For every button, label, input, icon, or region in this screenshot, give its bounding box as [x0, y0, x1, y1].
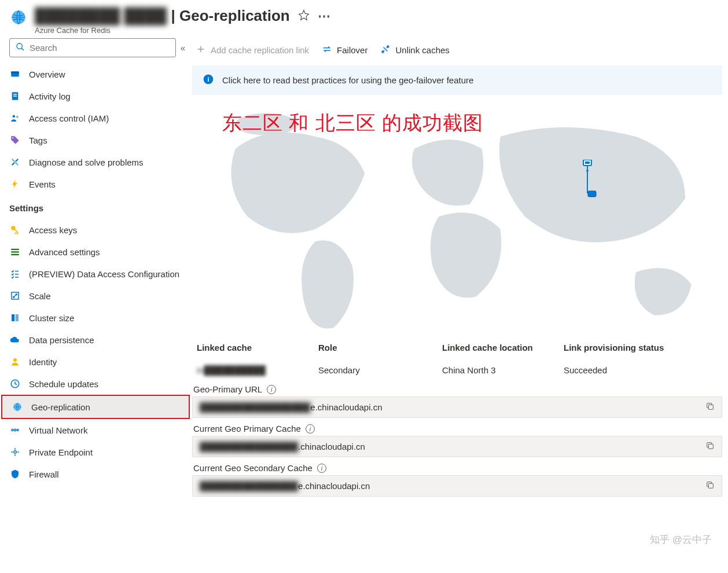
sidebar-item-label: Activity log [29, 91, 71, 101]
scale-icon [9, 290, 21, 302]
page-title: ████████ ████ | Geo-replication [35, 7, 290, 25]
sidebar-nav[interactable]: OverviewActivity logAccess control (IAM)… [0, 63, 192, 568]
svg-point-20 [12, 429, 13, 431]
current-secondary-label: Current Geo Secondary Cachei [192, 461, 722, 475]
favorite-star-icon[interactable] [298, 9, 310, 23]
svg-point-8 [16, 116, 19, 118]
sidebar-item-label: Overview [29, 69, 65, 79]
svg-point-21 [17, 429, 19, 431]
sidebar-item-label: (PREVIEW) Data Access Configuration [29, 269, 179, 279]
svg-rect-16 [16, 314, 19, 321]
svg-rect-5 [13, 94, 17, 95]
sidebar-item-tags[interactable]: Tags [0, 129, 190, 151]
info-banner-text: Click here to read best practices for us… [222, 75, 473, 85]
log-icon [9, 90, 21, 102]
sidebar-item-label: Virtual Network [29, 425, 87, 435]
svg-rect-34 [708, 483, 713, 488]
sidebar-item-endpoint[interactable]: Private Endpoint [0, 441, 190, 463]
sidebar-item-preview[interactable]: (PREVIEW) Data Access Configuration [0, 263, 190, 285]
sidebar-item-label: Tags [29, 135, 47, 145]
sidebar-item-label: Data persistence [29, 335, 94, 345]
svg-rect-32 [708, 405, 713, 409]
svg-rect-15 [12, 314, 14, 321]
globe-icon [12, 401, 23, 413]
sidebar-item-adv[interactable]: Advanced settings [0, 241, 190, 263]
sidebar-item-label: Firewall [29, 469, 59, 479]
tags-icon [9, 134, 21, 146]
resource-type-label: Azure Cache for Redis [35, 26, 718, 35]
svg-point-9 [12, 137, 13, 138]
sidebar-item-geo[interactable]: Geo-replication [1, 395, 190, 419]
sidebar-item-persist[interactable]: Data persistence [0, 329, 190, 351]
sidebar-item-events[interactable]: Events [0, 173, 190, 195]
copy-icon[interactable] [705, 480, 715, 491]
sidebar-item-keys[interactable]: Access keys [0, 219, 190, 241]
failover-button[interactable]: Failover [322, 44, 367, 56]
endpoint-icon [9, 446, 21, 458]
sidebar-item-cluster[interactable]: Cluster size [0, 307, 190, 329]
map-link-line [582, 169, 595, 197]
settings-section-header: Settings [0, 195, 190, 219]
current-secondary-field[interactable]: ████████████████e.chinacloudapi.cn [192, 475, 722, 497]
main-content: Add cache replication link Failover Unli… [192, 38, 728, 570]
svg-rect-6 [13, 95, 17, 97]
more-icon[interactable]: ⋯ [318, 9, 332, 24]
geo-primary-url-label: Geo-Primary URLi [192, 382, 722, 396]
collapse-sidebar-icon[interactable]: « [181, 43, 185, 53]
sidebar-item-scale[interactable]: Scale [0, 285, 190, 307]
sidebar: « OverviewActivity logAccess control (IA… [0, 38, 192, 570]
adv-icon [9, 246, 21, 258]
sidebar-item-label: Private Endpoint [29, 447, 93, 457]
svg-rect-33 [708, 444, 713, 449]
cell-role: Secondary [318, 365, 442, 375]
command-bar: Add cache replication link Failover Unli… [192, 38, 722, 65]
svg-point-7 [13, 115, 16, 118]
copy-icon[interactable] [705, 402, 715, 413]
add-replication-button[interactable]: Add cache replication link [196, 44, 309, 56]
sidebar-item-label: Access keys [29, 225, 77, 235]
svg-point-17 [13, 358, 17, 362]
sidebar-item-label: Cluster size [29, 313, 74, 323]
info-icon[interactable]: i [306, 424, 315, 434]
sidebar-item-identity[interactable]: Identity [0, 351, 190, 373]
unlink-button[interactable]: Unlink caches [380, 44, 449, 56]
checklist-icon [9, 268, 21, 280]
sidebar-item-vnet[interactable]: Virtual Network [0, 419, 190, 441]
search-icon [16, 42, 25, 53]
sidebar-item-activity[interactable]: Activity log [0, 85, 190, 107]
info-icon[interactable]: i [267, 385, 276, 394]
sidebar-item-iam[interactable]: Access control (IAM) [0, 107, 190, 129]
key-icon [9, 224, 21, 236]
clock-icon [9, 378, 21, 390]
sidebar-item-label: Events [29, 179, 56, 189]
watermark: 知乎 @云中子 [650, 533, 712, 546]
overview-icon [9, 68, 21, 80]
info-banner[interactable]: i Click here to read best practices for … [192, 65, 722, 95]
sidebar-item-schedule[interactable]: Schedule updates [0, 373, 190, 395]
copy-icon[interactable] [705, 441, 715, 452]
cluster-icon [9, 312, 21, 324]
linked-cache-row[interactable]: tn██████████ Secondary China North 3 Suc… [192, 358, 722, 382]
events-icon [9, 178, 21, 190]
info-icon[interactable]: i [317, 464, 326, 473]
sidebar-item-label: Identity [29, 357, 57, 367]
sidebar-item-label: Schedule updates [29, 379, 98, 389]
sidebar-item-firewall[interactable]: Firewall [0, 463, 190, 485]
geo-primary-url-field[interactable]: ██████████████████e.chinacloudapi.cn [192, 396, 722, 418]
page-header: ████████ ████ | Geo-replication ⋯ Azure … [0, 0, 728, 38]
sidebar-item-overview[interactable]: Overview [0, 63, 190, 85]
sidebar-item-label: Geo-replication [31, 402, 90, 412]
sidebar-item-diagnose[interactable]: Diagnose and solve problems [0, 151, 190, 173]
annotation-overlay: 东二区 和 北三区 的成功截图 [222, 110, 483, 137]
svg-rect-11 [11, 249, 19, 250]
sidebar-item-label: Scale [29, 291, 51, 301]
cloud-icon [9, 334, 21, 346]
svg-rect-3 [11, 72, 19, 74]
sidebar-item-label: Access control (IAM) [29, 113, 109, 123]
sidebar-search[interactable] [9, 38, 176, 57]
search-input[interactable] [30, 43, 170, 53]
iam-icon [9, 112, 21, 124]
svg-point-22 [14, 451, 17, 454]
vnet-icon [9, 424, 21, 436]
current-primary-field[interactable]: ████████████████.chinacloudapi.cn [192, 436, 722, 457]
